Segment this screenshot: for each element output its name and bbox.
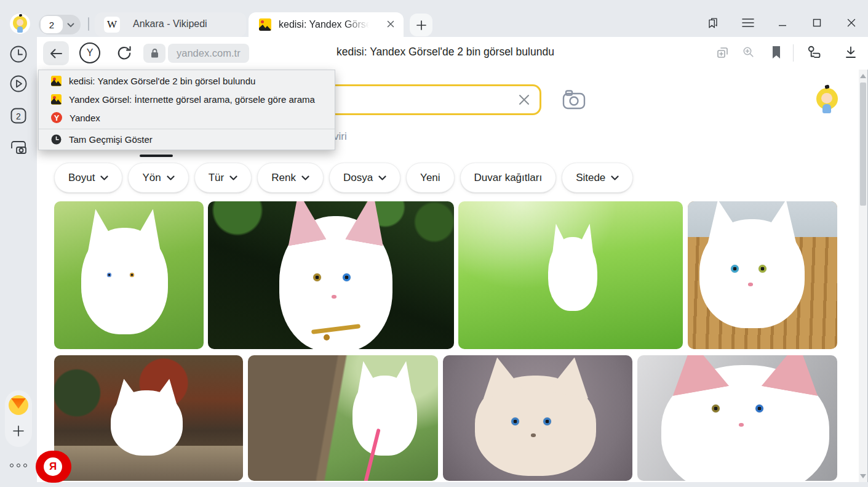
plus-icon xyxy=(416,20,427,31)
zoom-page-button[interactable] xyxy=(739,43,758,62)
cat-art xyxy=(81,228,168,334)
sidebar: 2 xyxy=(0,37,37,487)
site-security-badge[interactable] xyxy=(143,44,165,63)
duplicate-tab-button[interactable] xyxy=(714,43,732,62)
bookmark-page-button[interactable] xyxy=(767,43,786,62)
bookmarks-icon xyxy=(706,15,720,30)
yandex-search-button[interactable]: Y xyxy=(79,42,100,63)
filter-yon[interactable]: Yön xyxy=(128,163,188,193)
filter-renk[interactable]: Renk xyxy=(257,163,324,193)
yandex-fab-button[interactable]: Я xyxy=(36,451,71,483)
yandex-images-icon xyxy=(51,94,62,105)
history-sidebar-button[interactable] xyxy=(9,44,28,64)
scrollbar-thumb[interactable] xyxy=(860,83,866,206)
filter-dosya[interactable]: Dosya xyxy=(329,163,400,193)
tabbar-divider xyxy=(88,17,89,31)
history-menu-item[interactable]: Y Yandex xyxy=(39,108,335,127)
chevron-down-icon xyxy=(229,175,237,180)
tabs-sidebar-button[interactable]: 2 xyxy=(9,106,28,126)
media-sidebar-button[interactable] xyxy=(9,74,28,94)
image-result[interactable] xyxy=(637,355,837,481)
refresh-button[interactable] xyxy=(114,43,134,63)
tab-ankara-vikipedi[interactable]: W Ankara - Vikipedi xyxy=(95,12,246,37)
image-result[interactable] xyxy=(443,355,632,481)
page-title: kedisi: Yandex Görsel'de 2 bin görsel bu… xyxy=(336,46,554,58)
maximize-button[interactable] xyxy=(810,16,824,30)
cat-eye xyxy=(712,404,720,413)
history-menu-item[interactable]: Yandex Görsel: İnternette görsel arama, … xyxy=(39,90,335,108)
cat-art xyxy=(352,376,417,456)
scroll-down-arrow[interactable] xyxy=(859,471,867,481)
cat-eye xyxy=(313,273,321,281)
tab-counter-value: 2 xyxy=(41,16,63,33)
image-result[interactable] xyxy=(248,355,438,481)
avatar-art xyxy=(822,104,831,113)
scroll-up-arrow[interactable] xyxy=(859,71,867,81)
image-result[interactable] xyxy=(54,201,204,349)
tab-close-icon[interactable] xyxy=(386,20,396,30)
clear-x-icon xyxy=(518,94,530,106)
image-result[interactable] xyxy=(458,201,683,349)
filter-label: Yeni xyxy=(420,172,440,184)
passwords-button[interactable] xyxy=(805,43,823,62)
chevron-down-icon xyxy=(611,175,619,180)
screenshot-sidebar-button[interactable] xyxy=(9,137,28,156)
profile-avatar[interactable] xyxy=(10,14,30,34)
cat-eye xyxy=(543,417,551,425)
clock-icon xyxy=(51,134,62,145)
chevron-down-icon xyxy=(67,23,74,28)
filter-sitede[interactable]: Sitede xyxy=(562,163,633,193)
y-letter: Y xyxy=(87,47,94,58)
maximize-icon xyxy=(812,18,822,28)
show-full-history-item[interactable]: Tam Geçmişi Göster xyxy=(39,129,335,150)
history-menu-item[interactable]: kedisi: Yandex Görsel'de 2 bin görsel bu… xyxy=(39,71,335,90)
filter-tur[interactable]: Tür xyxy=(194,163,252,193)
close-window-button[interactable] xyxy=(845,16,858,30)
cat-nose xyxy=(748,283,753,286)
history-item-label: Yandex xyxy=(70,113,100,123)
cat-nose xyxy=(332,295,336,299)
history-item-label: kedisi: Yandex Görsel'de 2 bin görsel bu… xyxy=(69,76,255,86)
tab-title: Ankara - Vikipedi xyxy=(133,18,207,30)
bookmarks-panel-button[interactable] xyxy=(706,16,720,30)
filter-label: Renk xyxy=(271,172,296,184)
nav-tab-fragment[interactable]: viri xyxy=(333,131,347,143)
image-result[interactable] xyxy=(54,355,243,481)
key-icon xyxy=(805,44,822,61)
new-tab-button[interactable] xyxy=(410,14,432,36)
yandex-mail-icon[interactable] xyxy=(9,395,28,415)
cat-eye xyxy=(130,273,134,277)
filters-row: Boyut Yön Tür Renk Dosya Yeni Duvar kağı… xyxy=(54,163,633,193)
address-bar[interactable]: yandex.com.tr xyxy=(168,44,249,63)
clear-search-button[interactable] xyxy=(517,93,531,107)
downloads-button[interactable] xyxy=(842,43,860,62)
image-search-button[interactable] xyxy=(561,88,587,111)
cat-bell xyxy=(324,334,330,340)
minimize-button[interactable] xyxy=(776,16,789,30)
chevron-down-icon xyxy=(167,175,175,180)
tab-kedisi-active[interactable]: kedisi: Yandex Görsel'de xyxy=(249,12,404,37)
triangle-up-icon xyxy=(860,74,866,78)
filter-duvar-kagitlari[interactable]: Duvar kağıtları xyxy=(460,163,557,193)
image-result[interactable] xyxy=(208,201,454,349)
sidebar-more-button[interactable] xyxy=(9,464,28,467)
cat-nose xyxy=(739,423,744,427)
cat-nose xyxy=(531,433,536,437)
url-text: yandex.com.tr xyxy=(177,47,241,59)
tabs-square-icon: 2 xyxy=(9,107,28,125)
add-service-button[interactable] xyxy=(9,420,28,442)
tab-counter[interactable]: 2 xyxy=(39,15,81,34)
show-full-history-label: Tam Geçmişi Göster xyxy=(69,134,153,145)
back-button[interactable] xyxy=(43,41,69,65)
scrollbar[interactable] xyxy=(859,70,867,482)
minimize-icon xyxy=(778,18,787,28)
image-result[interactable] xyxy=(688,201,837,349)
download-icon xyxy=(843,45,858,60)
svg-text:2: 2 xyxy=(16,111,21,121)
browser-menu-button[interactable] xyxy=(741,16,755,30)
filter-boyut[interactable]: Boyut xyxy=(54,163,122,193)
user-avatar[interactable] xyxy=(811,84,842,115)
browser-window: 2 W Ankara - Vikipedi kedisi: Yandex Gör… xyxy=(0,0,868,487)
lock-icon xyxy=(150,48,159,58)
filter-yeni[interactable]: Yeni xyxy=(406,163,454,193)
